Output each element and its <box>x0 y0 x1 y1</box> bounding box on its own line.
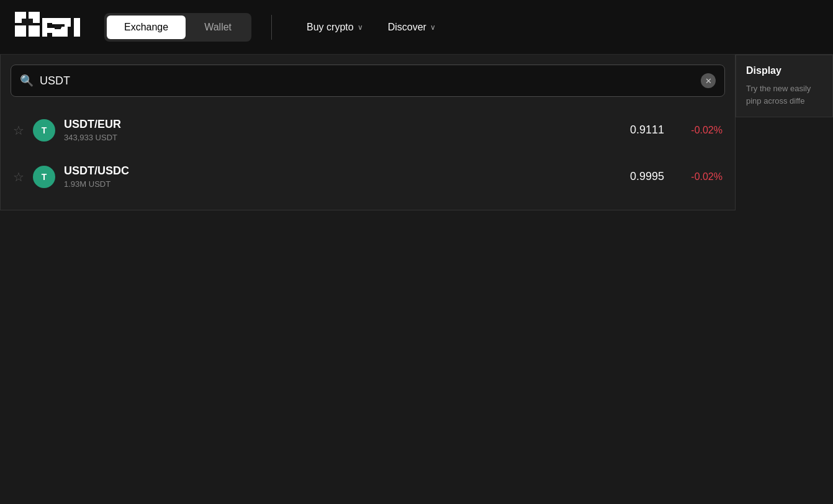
result-pair-name: USDT/USDC <box>64 164 606 178</box>
svg-rect-7 <box>42 28 52 33</box>
buy-crypto-menu[interactable]: Buy crypto ∨ <box>297 16 373 39</box>
search-clear-button[interactable]: ✕ <box>701 73 716 88</box>
search-input[interactable] <box>40 74 695 88</box>
svg-rect-12 <box>65 18 71 27</box>
display-tooltip: Display Try the new easily pinp across d… <box>736 55 833 117</box>
result-item[interactable]: ☆ T USDT/USDC 1.93M USDT 0.9995 -0.02% <box>1 153 735 200</box>
result-info-usdt-usdc: USDT/USDC 1.93M USDT <box>64 164 606 189</box>
svg-rect-13 <box>74 18 80 27</box>
discover-menu[interactable]: Discover ∨ <box>378 16 446 39</box>
search-dropdown: 🔍 ✕ ☆ T USDT/EUR 343,933 USDT 0.9111 -0.… <box>0 55 736 210</box>
clear-icon: ✕ <box>705 76 712 86</box>
search-results-list: ☆ T USDT/EUR 343,933 USDT 0.9111 -0.02% … <box>1 107 735 200</box>
result-info-usdt-eur: USDT/EUR 343,933 USDT <box>64 118 606 142</box>
nav-divider <box>271 15 272 40</box>
search-container: 🔍 ✕ <box>11 65 725 97</box>
result-price: 0.9995 <box>615 170 664 183</box>
result-change: -0.02% <box>673 171 723 182</box>
svg-rect-10 <box>52 18 63 24</box>
search-box: 🔍 ✕ <box>11 65 725 97</box>
svg-rect-8 <box>52 28 62 37</box>
display-tooltip-body: Try the new easily pinp across diffe <box>746 83 822 107</box>
result-pair-name: USDT/EUR <box>64 118 606 131</box>
nav-tab-group: Exchange Wallet <box>104 13 251 42</box>
discover-label: Discover <box>388 22 426 33</box>
token-icon-usdt-eur: T <box>33 119 55 142</box>
favorite-star-icon[interactable]: ☆ <box>13 123 24 138</box>
discover-chevron-icon: ∨ <box>430 23 436 32</box>
svg-rect-6 <box>42 18 47 37</box>
nav-menu: Buy crypto ∨ Discover ∨ <box>297 16 446 39</box>
okx-logo[interactable] <box>15 12 89 43</box>
token-icon-usdt-usdc: T <box>33 166 55 188</box>
result-volume: 1.93M USDT <box>64 179 606 189</box>
buy-crypto-label: Buy crypto <box>307 22 354 33</box>
svg-rect-11 <box>55 24 61 29</box>
result-item[interactable]: ☆ T USDT/EUR 343,933 USDT 0.9111 -0.02% <box>1 107 735 153</box>
display-tooltip-label: Display <box>746 65 822 76</box>
result-volume: 343,933 USDT <box>64 133 606 142</box>
tab-exchange[interactable]: Exchange <box>107 16 186 39</box>
svg-rect-15 <box>74 27 80 37</box>
svg-rect-4 <box>29 25 40 37</box>
svg-rect-14 <box>61 27 68 37</box>
tab-wallet[interactable]: Wallet <box>187 16 249 39</box>
buy-crypto-chevron-icon: ∨ <box>358 23 363 32</box>
main-header: Exchange Wallet Buy crypto ∨ Discover ∨ <box>0 0 833 55</box>
search-icon: 🔍 <box>20 74 34 88</box>
result-price: 0.9111 <box>615 124 664 137</box>
favorite-star-icon[interactable]: ☆ <box>13 169 24 184</box>
svg-rect-3 <box>15 25 26 37</box>
result-change: -0.02% <box>673 125 723 136</box>
